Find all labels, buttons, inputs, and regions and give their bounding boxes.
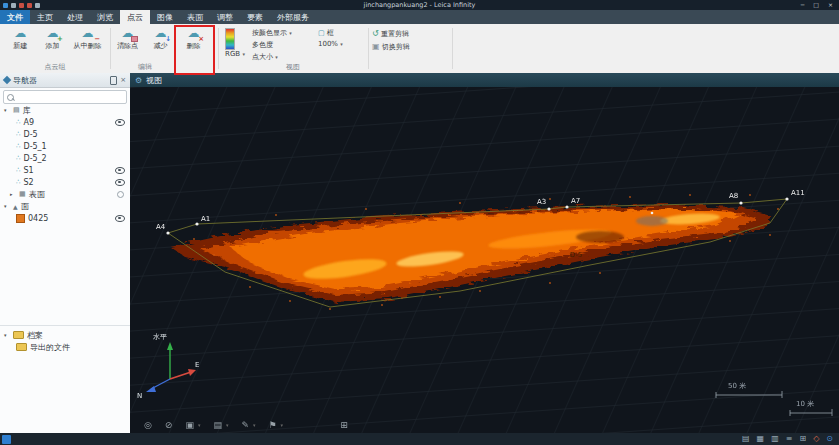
window-controls: ─ □ × [801, 0, 839, 10]
status-icon-7[interactable]: ⊙ [826, 433, 833, 445]
status-icon-2[interactable]: ▦ [757, 433, 765, 445]
link-views-icon[interactable]: ⊘ [165, 419, 173, 431]
grid-toggle-icon[interactable]: ⊞ [340, 419, 348, 431]
help-icon[interactable] [35, 3, 40, 8]
annotate-icon[interactable]: ✎ [241, 419, 249, 431]
pin-icon[interactable] [110, 76, 117, 85]
pointcloud-icon: ∴ [16, 178, 20, 186]
tab-imaging[interactable]: 图像 [150, 10, 180, 24]
point-size-dropdown[interactable]: 点大小 ▾ [252, 52, 278, 62]
axis-north-label: N [137, 392, 142, 400]
render-mode-icon[interactable]: ▤ [213, 419, 222, 431]
tab-point-cloud[interactable]: 点云 [120, 10, 150, 24]
tree-item-exported-files[interactable]: 导出的文件 [0, 341, 130, 353]
ribbon-group-clip: ↺ 重置剪辑 ▣ 切换剪辑 [372, 24, 448, 73]
flag-icon[interactable]: ⚑ [269, 419, 277, 431]
reduce-points-icon: ☁↓ [145, 26, 176, 42]
quick-access-toolbar [0, 3, 40, 8]
window-title: jinchangpankuang2 - Leica Infinity [0, 0, 839, 10]
visibility-eye-icon[interactable] [115, 179, 125, 186]
tree-item-s2[interactable]: ∴ S2 [0, 176, 130, 188]
tab-features[interactable]: 要素 [240, 10, 270, 24]
new-pointcloud-button[interactable]: ☁ 新建 [5, 26, 35, 50]
tab-adjustments[interactable]: 调整 [210, 10, 240, 24]
tab-file[interactable]: 文件 [0, 10, 30, 24]
viewport-toolbar: ◎ ⊘ ▣▾ ▤▾ ✎▾ ⚑▾ ⊞ [144, 419, 348, 431]
redo-icon[interactable] [27, 3, 32, 8]
toggle-clip-icon: ▣ [372, 42, 380, 51]
tab-surfaces[interactable]: 表面 [180, 10, 210, 24]
remove-from-pointcloud-button[interactable]: ☁− 从中删除 [70, 26, 105, 50]
frame-button[interactable]: ▢ 框 [318, 28, 334, 38]
reset-clip-button[interactable]: ↺ 重置剪辑 [372, 29, 409, 39]
visibility-eye-icon[interactable] [115, 215, 125, 222]
status-icons: ▤ ▦ ▥ ≡ ⊞ ◇ ⊙ [742, 433, 839, 445]
faces-icon: ▲ [13, 203, 18, 210]
toggle-clip-button[interactable]: ▣ 切换剪辑 [372, 42, 410, 52]
tree-group-library[interactable]: ▾ ▤ 库 [0, 104, 130, 116]
multi-chroma-option[interactable]: 多色度 [252, 40, 273, 50]
panel-close-icon[interactable]: × [120, 76, 126, 85]
delete-points-button[interactable]: ☁× 删除 [178, 26, 209, 50]
status-bar: ▤ ▦ ▥ ≡ ⊞ ◇ ⊙ [0, 433, 839, 445]
pointcloud-icon: ∴ [16, 142, 20, 150]
axis-east-label: E [195, 361, 199, 369]
ribbon-separator [218, 28, 219, 69]
group-label-edit: 编辑 [112, 62, 178, 72]
svg-text:50 米: 50 米 [728, 382, 746, 390]
status-icon-3[interactable]: ▥ [771, 433, 779, 445]
clean-points-button[interactable]: ☁ 清除点 [112, 26, 143, 50]
app-status-icon[interactable] [2, 435, 11, 444]
tree-group-faces[interactable]: ▾ ▲ 面 [0, 200, 130, 212]
tree-group-surface[interactable]: ▸ ▦ 表面 [0, 188, 130, 200]
add-pointcloud-button[interactable]: ☁+ 添加 [37, 26, 67, 50]
status-icon-4[interactable]: ≡ [786, 433, 793, 445]
projection-icon[interactable]: ▣ [185, 419, 194, 431]
tab-view[interactable]: 浏览 [90, 10, 120, 24]
group-label-view: 视图 [222, 62, 364, 72]
viewport-canvas[interactable]: D-5 A4 A1 A3 A7 A8 A11 [130, 87, 839, 433]
tab-processing[interactable]: 处理 [60, 10, 90, 24]
colorization-rainbow-icon [225, 28, 235, 50]
navigator-header: 导航器 × [0, 73, 130, 88]
minimize-button[interactable]: ─ [801, 0, 805, 10]
visibility-eye-icon[interactable] [115, 167, 125, 174]
rgb-colorization-dropdown[interactable]: RGB ▾ [222, 50, 248, 58]
tab-external-services[interactable]: 外部服务 [270, 10, 316, 24]
reduce-points-button[interactable]: ☁↓ 减少 [145, 26, 176, 50]
tree-item-0425[interactable]: 0425 [0, 212, 130, 224]
close-button[interactable]: × [828, 0, 833, 10]
tree-group-archive[interactable]: ▾ 档案 [0, 329, 130, 341]
clean-points-icon: ☁ [112, 26, 143, 42]
viewport-3d[interactable]: D-5 A4 A1 A3 A7 A8 A11 [130, 87, 839, 433]
tree-item-d5-2[interactable]: ∴ D-5_2 [0, 152, 130, 164]
svg-text:A11: A11 [791, 189, 805, 197]
tree-item-d5-1[interactable]: ∴ D-5_1 [0, 140, 130, 152]
status-icon-1[interactable]: ▤ [742, 433, 750, 445]
reset-clip-icon: ↺ [372, 29, 379, 38]
navigator-search-input[interactable] [3, 90, 127, 104]
ribbon-group-edit: ☁ 清除点 ☁↓ 减少 ☁× 删除 编辑 [112, 24, 214, 73]
app-icon[interactable] [3, 3, 8, 8]
ribbon-separator [368, 28, 369, 69]
save-icon[interactable] [11, 3, 16, 8]
tree-item-d5[interactable]: ∴ D-5 [0, 128, 130, 140]
tree-item-s1[interactable]: ∴ S1 [0, 164, 130, 176]
status-icon-6[interactable]: ◇ [813, 433, 819, 445]
tab-home[interactable]: 主页 [30, 10, 60, 24]
undo-icon[interactable] [19, 3, 24, 8]
view-settings-icon[interactable]: ◎ [144, 419, 152, 431]
maximize-button[interactable]: □ [813, 0, 819, 10]
display-by-color-dropdown[interactable]: 按颜色显示 ▾ [252, 28, 292, 38]
navigator-tree: ▾ ▤ 库 ∴ A9 ∴ D-5 ∴ D-5_1 ∴ D-5_2 [0, 104, 130, 224]
visibility-eye-icon[interactable] [115, 119, 125, 126]
tree-item-a9[interactable]: ∴ A9 [0, 116, 130, 128]
cloud-label: D-5 [570, 251, 582, 259]
status-icon-5[interactable]: ⊞ [799, 433, 806, 445]
svg-text:A8: A8 [729, 192, 738, 200]
visibility-eye-off-icon[interactable] [117, 191, 124, 198]
panel-divider [0, 325, 130, 326]
zoom-level-dropdown[interactable]: 100% ▾ [318, 40, 343, 48]
svg-text:A7: A7 [571, 197, 580, 205]
ribbon: ☁ 新建 ☁+ 添加 ☁− 从中删除 点云组 ☁ 清除点 [0, 24, 839, 74]
